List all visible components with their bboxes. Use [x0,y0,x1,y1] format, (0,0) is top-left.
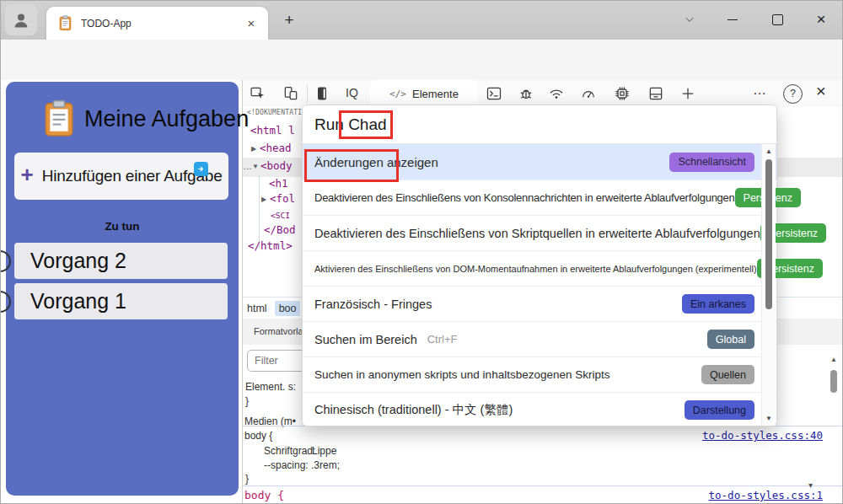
menu-item-enable-dom-snapshots[interactable]: Aktivieren des Einschließens von DOM-Mom… [303,250,776,286]
menu-item-label: Suchen im Bereich [314,333,417,346]
badge-appearance: Ein arkanes [682,294,754,314]
maximize-icon [772,14,783,25]
devtools-help-icon[interactable]: ? [783,84,803,104]
dom-node-html-close[interactable]: </html> [248,239,293,252]
command-query-text: Run Chad [314,115,387,134]
dom-node-form[interactable]: <fol [270,192,295,205]
menu-item-label: Aktivieren des Einschließens von DOM-Mom… [314,264,757,274]
application-storage-icon[interactable] [647,85,664,102]
browser-tab[interactable]: TODO-App × [46,7,268,40]
task-item[interactable]: Vorgang 1 [14,283,228,319]
styles-scroll-up-icon[interactable]: ▲ [830,356,837,363]
menu-item-disable-script-sources[interactable]: Deaktivieren des Einschließens von Skrip… [303,215,776,250]
badge-appearance: Darstellung [685,400,754,420]
menu-item-search-in-area[interactable]: Suchen im Bereich Ctrl+F Global [303,321,776,357]
focus-panel-icon[interactable] [314,85,330,102]
tab-close-icon[interactable]: × [243,15,260,32]
breadcrumb-body[interactable]: boo [275,301,301,316]
indent-guide [259,174,260,249]
code-glyph-icon: </> [389,88,406,99]
console-panel-icon[interactable] [486,85,502,102]
scroll-up-icon[interactable]: ▲ [765,147,772,155]
menu-item-search-anonymous-scripts[interactable]: Suchen in anonymen skripts und inhaltsbe… [303,357,776,392]
dom-node-body[interactable]: <body [260,159,293,172]
arrow-icon [196,164,206,174]
body-selector: body { [244,430,272,442]
scroll-down-icon[interactable]: ▼ [765,415,772,422]
css-custom-property: --spacing: .3rem; [264,459,340,471]
dom-node-script[interactable]: <SCI [271,211,290,220]
more-tabs-plus-icon[interactable] [679,85,696,102]
clipboard-favicon [58,15,72,31]
css-property-name: Schriftgrad: [264,445,315,457]
query-typed: Chad [348,115,386,133]
tab-strip: TODO-App × + × [0,0,843,40]
tab-title: TODO-App [81,18,243,29]
add-task-button[interactable]: + Hinzufügen einer Aufgabe [14,153,228,200]
devtools-toolbar: IQ </> Elemente … ? × [243,80,843,107]
profile-avatar[interactable] [5,4,37,35]
styles-scroll-down-icon[interactable]: ▾ [808,480,813,490]
menu-item-french[interactable]: Französisch - Fringes Ein arkanes [303,286,776,321]
badge-quick-view: Schnellansicht [669,153,754,172]
device-emulation-icon[interactable] [282,85,299,102]
menu-item-label: Chinesisch (traditionell) - 中文 (繁體) [314,402,513,418]
command-menu-scrollbar[interactable]: ▲ ▼ [761,144,776,426]
css-source-link[interactable]: to-do-styles.css:40 [702,429,823,442]
node-more-icon[interactable]: … [243,161,252,171]
menu-item-label: Deaktivieren des Einschließens von Skrip… [314,227,760,240]
page-title: Meine Aufgaben [84,106,270,132]
query-prefix: Run [314,115,344,133]
dom-node-head[interactable]: <head [260,142,292,154]
scrollbar-thumb[interactable] [765,159,772,309]
person-icon [11,10,31,30]
keyboard-shortcut: Ctrl+F [427,333,458,346]
css-source-link[interactable]: to-do-styles.css:1 [709,489,823,501]
minimize-button[interactable] [721,8,744,31]
menu-item-disable-console-messages[interactable]: Deaktivieren des Einschließens von Konso… [303,180,776,215]
new-tab-button[interactable]: + [278,9,300,31]
expand-arrow-icon[interactable]: ▶ [261,196,266,203]
inspect-element-icon[interactable] [250,85,266,102]
task-item[interactable]: Vorgang 2 [14,243,228,279]
brace-close: } [245,473,249,485]
memory-chip-icon[interactable] [614,85,631,102]
navigation-bar: microsoftedge.github.io/Demos/demo-to-do… [0,40,843,81]
badge-global: Global [707,330,754,349]
devtools-close-icon[interactable]: × [816,82,826,101]
menu-item-label: Änderungen anzeigen [314,155,438,169]
toolbar-divider [307,84,308,103]
tab-elements[interactable]: </> Elemente [370,80,478,107]
plus-icon: + [20,162,33,188]
command-menu-input[interactable]: Run Chad [303,105,776,144]
element-style-label: Element. s: [245,381,296,393]
iq-label[interactable]: IQ [346,86,358,99]
elements-tab-label: Elemente [412,88,459,100]
minimize-icon [728,19,738,20]
devtools-more-icon[interactable]: … [753,83,767,98]
issues-bug-icon[interactable] [518,85,534,102]
css-property-value: Lippe [312,445,336,457]
window-close-button[interactable]: × [809,8,833,31]
breadcrumb-html[interactable]: html [247,303,267,314]
menu-item-show-changes[interactable]: Änderungen anzeigen Schnellansicht [303,144,776,180]
menu-item-label: Deaktivieren des Einschließens von Konso… [314,191,735,204]
task-label: Vorgang 2 [30,249,126,273]
clipboard-icon [42,99,76,138]
styles-scrollbar-thumb[interactable] [830,370,837,393]
performance-gauge-icon[interactable] [580,85,597,102]
expand-arrow-icon[interactable]: ▶ [251,145,256,153]
menu-item-chinese-traditional[interactable]: Chinesisch (traditionell) - 中文 (繁體) Dars… [303,392,776,427]
command-menu: Run Chad Änderungen anzeigen Schnellansi… [302,105,777,426]
dom-node-h1[interactable]: <h1 [269,177,288,190]
tab-actions-chevron[interactable] [678,8,701,31]
styles-filter-input[interactable] [247,350,308,372]
collapse-arrow-icon[interactable]: ▼ [252,163,259,170]
chevron-down-icon [684,13,695,25]
badge-sources: Quellen [701,365,754,384]
network-wifi-icon[interactable] [548,85,565,102]
maximize-button[interactable] [765,8,789,31]
menu-item-label: Französisch - Fringes [314,298,432,311]
body-selector: body { [244,489,284,501]
dom-node-body-close[interactable]: </Bod [264,223,296,236]
